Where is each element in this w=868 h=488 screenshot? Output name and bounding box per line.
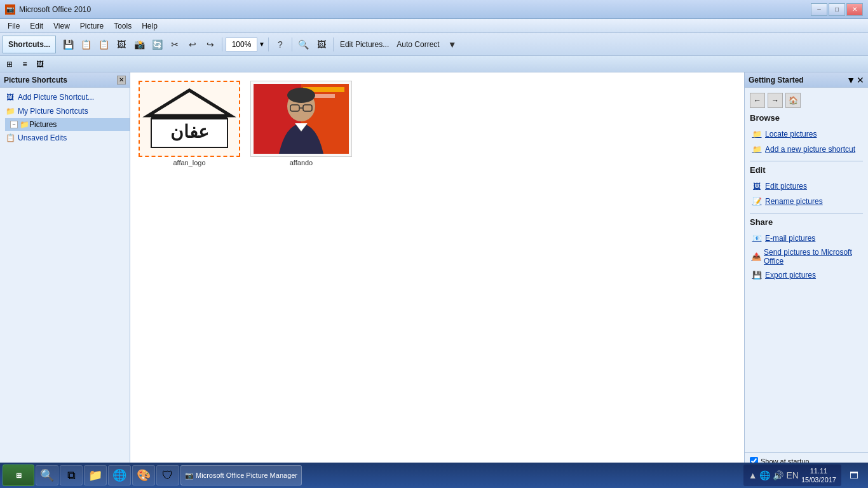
rp-home-icon[interactable]: 🏠: [785, 93, 801, 108]
affando-container: [250, 81, 352, 157]
auto-correct-button[interactable]: Auto Correct: [393, 36, 442, 53]
menu-file[interactable]: File: [3, 20, 25, 32]
toolbar2: ⊞ ≡ 🖼: [0, 56, 868, 72]
toolbar-btn-5[interactable]: 📸: [131, 36, 147, 53]
add-shortcut-icon: 📁: [751, 144, 763, 155]
edit-section-title: Edit: [750, 165, 863, 175]
minimize-button[interactable]: –: [811, 3, 827, 16]
toolbar-btn-3[interactable]: 📋: [95, 36, 112, 53]
add-picture-shortcut[interactable]: 🖼 Add Picture Shortcut...: [0, 90, 130, 104]
maximize-button[interactable]: □: [829, 3, 845, 16]
paint-button[interactable]: 🎨: [132, 465, 155, 485]
task-view-button[interactable]: ⧉: [60, 465, 83, 485]
unsaved-edits[interactable]: 📋 Unsaved Edits: [0, 131, 130, 145]
right-panel: Getting Started ▼ ✕ ← → 🏠 Browse 📁 Locat…: [744, 72, 868, 469]
menu-help[interactable]: Help: [137, 20, 163, 32]
email-icon: 📧: [751, 233, 763, 244]
toolbar-separator-4: [333, 37, 334, 51]
rp-forward-icon[interactable]: →: [768, 93, 783, 108]
shortcuts-button[interactable]: Shortcuts...: [3, 36, 56, 53]
toolbar-btn-4[interactable]: 🖼: [113, 36, 130, 53]
toolbar: Shortcuts... 💾 📋 📋 🖼 📸 🔄 ✂ ↩ ↪ 100% ▼ ? …: [0, 33, 868, 56]
app-icon: 📷: [5, 4, 15, 15]
affan-logo-container: عفان: [139, 81, 240, 157]
start-button[interactable]: ⊞: [3, 464, 34, 486]
search-taskbar-button[interactable]: 🔍: [36, 465, 58, 485]
my-picture-shortcuts[interactable]: 📁 My Picture Shortcuts: [0, 104, 130, 118]
close-button[interactable]: ✕: [846, 3, 863, 16]
share-section-title: Share: [750, 217, 863, 227]
toolbar-separator-3: [292, 37, 292, 51]
systray-lang[interactable]: EN: [786, 470, 798, 480]
undo-button[interactable]: ↩: [184, 36, 201, 53]
locate-pictures-link[interactable]: 📁 Locate pictures: [750, 126, 863, 142]
toolbar-dropdown-btn[interactable]: ▼: [444, 36, 461, 53]
toolbar-icon-1[interactable]: 🔍: [295, 36, 312, 53]
shortcuts-folder-icon: 📁: [5, 106, 15, 116]
systray-sound[interactable]: 🔊: [773, 470, 783, 480]
rename-pictures-link[interactable]: 📝 Rename pictures: [750, 194, 863, 209]
view-single-btn[interactable]: 🖼: [33, 57, 47, 71]
shield-button[interactable]: 🛡: [156, 465, 179, 485]
rp-divider-2: [750, 213, 863, 214]
zoom-dropdown-arrow[interactable]: ▼: [259, 41, 265, 48]
add-new-shortcut-link[interactable]: 📁 Add a new picture shortcut: [750, 142, 863, 157]
left-panel-title: Picture Shortcuts: [4, 76, 67, 85]
cut-button[interactable]: ✂: [166, 36, 183, 53]
view-list-btn[interactable]: ≡: [18, 57, 32, 71]
menu-bar: File Edit View Picture Tools Help: [0, 19, 868, 33]
right-panel-header: Getting Started ▼ ✕: [745, 72, 868, 88]
export-icon: 💾: [751, 269, 763, 281]
file-explorer-button[interactable]: 📁: [84, 465, 107, 485]
unsaved-icon: 📋: [5, 133, 15, 143]
left-panel-header: Picture Shortcuts ✕: [0, 72, 130, 88]
tree-expand-icon[interactable]: −: [10, 121, 18, 128]
pictures-tree: − 📁 Pictures: [0, 118, 130, 131]
picture-thumb-affan-logo[interactable]: عفان affan_logo: [137, 79, 242, 168]
affan-logo-label: affan_logo: [173, 159, 205, 166]
rp-back-icon[interactable]: ←: [750, 93, 765, 108]
systray-arrow[interactable]: ▲: [749, 470, 757, 480]
rp-down-arrow[interactable]: ▼: [846, 75, 855, 85]
redo-button[interactable]: ↪: [202, 36, 219, 53]
systray-network[interactable]: 🌐: [759, 470, 770, 480]
pictures-folder[interactable]: − 📁 Pictures: [5, 118, 130, 131]
picture-thumb-affando[interactable]: affando: [248, 79, 354, 168]
right-panel-controls: ▼ ✕: [846, 75, 864, 85]
left-panel-content: 🖼 Add Picture Shortcut... 📁 My Picture S…: [0, 88, 130, 469]
toolbar-btn-2[interactable]: 📋: [78, 36, 94, 53]
menu-view[interactable]: View: [48, 20, 75, 32]
email-pictures-link[interactable]: 📧 E-mail pictures: [750, 231, 863, 246]
locate-icon: 📁: [751, 128, 763, 140]
browse-section-title: Browse: [750, 113, 863, 123]
zoom-input[interactable]: 100%: [226, 37, 257, 51]
active-app-icon: 📷: [185, 471, 194, 480]
svg-marker-0: [148, 90, 231, 116]
toolbar-btn-6[interactable]: 🔄: [149, 36, 165, 53]
edit-pictures-button[interactable]: Edit Pictures...: [337, 36, 392, 53]
active-app-button[interactable]: 📷 Microsoft Office Picture Manager: [180, 465, 302, 485]
systray-clock[interactable]: 11.11 15/03/2017: [801, 466, 836, 485]
affan-logo-svg: عفان: [142, 84, 237, 154]
left-panel-close[interactable]: ✕: [117, 76, 126, 85]
toolbar-icon-2[interactable]: 🖼: [313, 36, 330, 53]
view-all-btn[interactable]: ⊞: [3, 57, 17, 71]
help-button[interactable]: ?: [272, 36, 288, 53]
notification-button[interactable]: 🗖: [843, 465, 865, 485]
edit-pictures-link[interactable]: 🖼 Edit pictures: [750, 179, 863, 194]
add-icon: 🖼: [5, 92, 15, 102]
export-pictures-link[interactable]: 💾 Export pictures: [750, 268, 863, 283]
menu-tools[interactable]: Tools: [109, 20, 137, 32]
send-to-office-link[interactable]: 📤 Send pictures to Microsoft Office: [750, 246, 863, 268]
menu-picture[interactable]: Picture: [75, 20, 109, 32]
save-button[interactable]: 💾: [60, 36, 76, 53]
edit-icon: 🖼: [751, 180, 763, 192]
zoom-control: 100% ▼: [226, 37, 265, 51]
toolbar-separator-2: [268, 37, 269, 51]
affando-label: affando: [290, 159, 313, 166]
browser-button[interactable]: 🌐: [108, 465, 131, 485]
window-controls: – □ ✕: [811, 3, 863, 16]
rp-close[interactable]: ✕: [857, 75, 864, 85]
systray: ▲ 🌐 🔊 EN 11.11 15/03/2017: [743, 464, 841, 486]
menu-edit[interactable]: Edit: [25, 20, 48, 32]
